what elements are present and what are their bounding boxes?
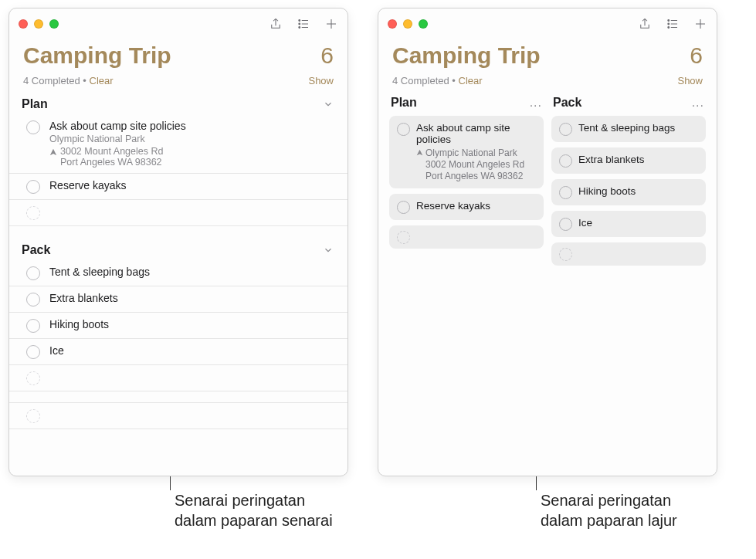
list-subheader: 4 Completed • Clear Show: [9, 73, 347, 94]
reminder-title: Hiking boots: [49, 318, 334, 330]
location-name: Olympic National Park: [425, 147, 524, 159]
column-plan: Plan ... Ask about camp site policies Ol…: [389, 94, 544, 476]
reminder-card[interactable]: Ice: [551, 211, 706, 237]
svg-point-2: [299, 23, 300, 25]
complete-toggle[interactable]: [559, 154, 572, 168]
location-icon: [49, 147, 57, 158]
reminder-row[interactable]: Ask about camp site policies Olympic Nat…: [9, 114, 347, 174]
clear-button[interactable]: Clear: [90, 75, 114, 86]
location-icon: [416, 147, 423, 158]
close-button[interactable]: [19, 19, 28, 29]
traffic-lights: [388, 19, 428, 29]
reminder-row[interactable]: Reserve kayaks: [9, 174, 347, 200]
complete-toggle[interactable]: [26, 120, 40, 134]
new-reminder-card[interactable]: [551, 242, 706, 266]
svg-point-4: [299, 27, 300, 29]
fullscreen-button[interactable]: [419, 19, 428, 29]
list-subheader: 4 Completed • Clear Show: [378, 73, 717, 94]
minimize-button[interactable]: [34, 19, 43, 29]
section-title: Pack: [22, 243, 50, 257]
reminder-title: Reserve kayaks: [416, 200, 536, 212]
toolbar: [638, 17, 707, 31]
new-reminder-row[interactable]: [9, 200, 347, 226]
reminder-title: Tent & sleeping bags: [578, 122, 698, 134]
section-header-pack[interactable]: Pack: [9, 240, 347, 260]
section-title: Plan: [391, 96, 417, 110]
add-reminder-circle[interactable]: [26, 409, 40, 423]
chevron-down-icon[interactable]: [323, 245, 334, 256]
complete-toggle[interactable]: [26, 266, 40, 280]
section-title: Pack: [553, 96, 581, 110]
svg-point-0: [299, 20, 300, 22]
reminder-title: Hiking boots: [578, 185, 698, 197]
location-addr-line2: Port Angeles WA 98362: [60, 157, 163, 168]
complete-toggle[interactable]: [26, 180, 40, 194]
location-addr-line1: 3002 Mount Angeles Rd: [425, 159, 524, 171]
complete-toggle[interactable]: [26, 345, 40, 359]
reminder-card[interactable]: Ask about camp site policies Olympic Nat…: [389, 116, 544, 188]
complete-toggle[interactable]: [397, 123, 410, 136]
new-reminder-row[interactable]: [9, 402, 347, 429]
add-reminder-circle[interactable]: [26, 371, 40, 385]
show-button[interactable]: Show: [677, 75, 703, 86]
add-reminder-circle[interactable]: [26, 206, 40, 220]
share-icon[interactable]: [638, 17, 652, 31]
callout-text: dalam paparan lajur: [541, 510, 677, 530]
section-header-plan[interactable]: Plan: [9, 94, 347, 114]
list-count: 6: [690, 42, 703, 69]
list-view-body: Plan Ask about camp site policies Olympi…: [9, 94, 347, 476]
reminder-card[interactable]: Hiking boots: [551, 179, 706, 205]
reminder-card[interactable]: Extra blankets: [551, 147, 706, 174]
add-reminder-circle[interactable]: [559, 248, 572, 261]
reminder-title: Extra blankets: [49, 292, 334, 304]
reminder-title: Extra blankets: [578, 154, 698, 165]
complete-toggle[interactable]: [559, 186, 572, 199]
clear-button[interactable]: Clear: [459, 75, 483, 86]
list-count: 6: [320, 42, 334, 69]
location-name: Olympic National Park: [49, 134, 145, 144]
titlebar: [9, 8, 347, 39]
reminder-title: Ask about camp site policies: [416, 122, 536, 145]
complete-toggle[interactable]: [26, 319, 40, 333]
new-reminder-row[interactable]: [9, 365, 347, 391]
complete-toggle[interactable]: [26, 293, 40, 307]
callout-text: Senarai peringatan: [175, 490, 333, 510]
reminder-row[interactable]: Extra blankets: [9, 286, 347, 313]
toolbar: [269, 17, 338, 31]
reminder-title: Ask about camp site policies: [49, 120, 334, 132]
section-title: Plan: [22, 97, 48, 111]
new-reminder-card[interactable]: [389, 225, 544, 249]
complete-toggle[interactable]: [559, 123, 572, 136]
list-icon[interactable]: [666, 17, 680, 31]
reminder-title: Ice: [49, 344, 334, 357]
share-icon[interactable]: [269, 17, 283, 31]
svg-point-8: [668, 20, 670, 22]
reminder-row[interactable]: Hiking boots: [9, 313, 347, 339]
reminder-title: Ice: [578, 217, 698, 229]
minimize-button[interactable]: [403, 19, 412, 29]
add-reminder-circle[interactable]: [397, 231, 410, 244]
reminders-window-list-view: Camping Trip 6 4 Completed • Clear Show …: [8, 8, 348, 476]
reminder-row[interactable]: Tent & sleeping bags: [9, 260, 347, 286]
svg-point-10: [668, 23, 670, 25]
svg-point-12: [668, 27, 670, 29]
reminder-row[interactable]: Ice: [9, 339, 347, 365]
reminder-title: Tent & sleeping bags: [49, 266, 334, 278]
add-icon[interactable]: [693, 17, 707, 31]
completed-status: 4 Completed • Clear: [392, 75, 483, 86]
more-icon[interactable]: ...: [530, 96, 542, 110]
column-header-plan[interactable]: Plan ...: [389, 94, 544, 116]
close-button[interactable]: [388, 19, 397, 29]
chevron-down-icon[interactable]: [323, 99, 334, 110]
location-addr-line1: 3002 Mount Angeles Rd: [60, 146, 163, 157]
more-icon[interactable]: ...: [692, 96, 704, 110]
add-icon[interactable]: [324, 17, 338, 31]
complete-toggle[interactable]: [397, 201, 410, 214]
fullscreen-button[interactable]: [49, 19, 59, 29]
list-icon[interactable]: [297, 17, 310, 31]
column-header-pack[interactable]: Pack ...: [551, 94, 706, 116]
complete-toggle[interactable]: [559, 218, 572, 231]
reminder-card[interactable]: Reserve kayaks: [389, 194, 544, 220]
reminder-card[interactable]: Tent & sleeping bags: [551, 116, 706, 142]
show-button[interactable]: Show: [308, 75, 334, 86]
